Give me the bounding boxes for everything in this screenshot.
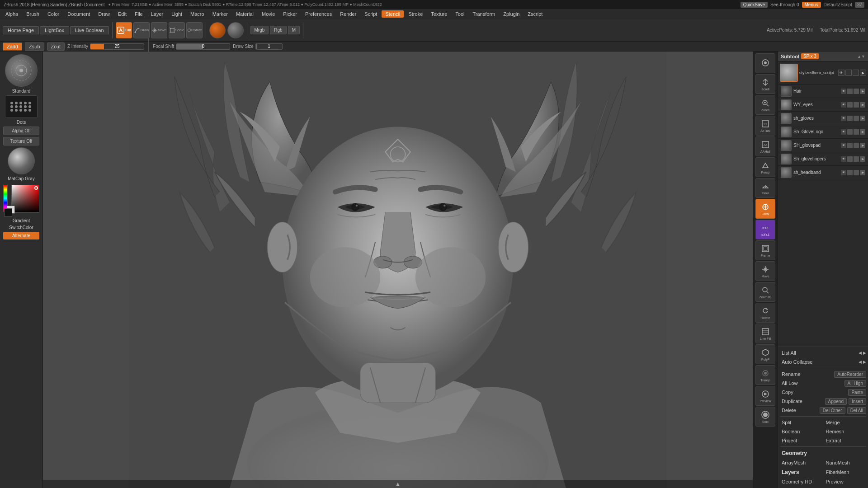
- actual-icon[interactable]: 1:1 AcTual: [755, 116, 775, 136]
- glovelogo-expand-icon[interactable]: ▶: [860, 129, 865, 135]
- subtool-glovefingers[interactable]: Sh_glovefingers 👁 ▶: [778, 152, 868, 166]
- local-icon[interactable]: Local: [755, 199, 775, 219]
- oxyz-icon[interactable]: XYZ oXYZ: [755, 220, 775, 239]
- geometry-hd-button[interactable]: Geometry HD: [780, 478, 822, 485]
- eyes-expand-icon[interactable]: ▶: [860, 102, 865, 108]
- alternate-button[interactable]: Alternate: [3, 232, 39, 239]
- hair-lock-icon[interactable]: [847, 89, 853, 94]
- auto-collapse-button[interactable]: Auto Collapse: [780, 358, 857, 366]
- del-all-button[interactable]: Del All: [847, 407, 866, 414]
- menu-alpha[interactable]: Alpha: [2, 10, 22, 18]
- menu-stroke[interactable]: Stroke: [405, 10, 426, 18]
- gloves-eye-icon[interactable]: 👁: [841, 116, 846, 121]
- extract-button[interactable]: Extract: [824, 437, 867, 444]
- hair-expand-icon[interactable]: ▶: [860, 89, 865, 94]
- glovepad-eye-icon[interactable]: 👁: [841, 143, 846, 148]
- material-sphere[interactable]: [209, 22, 226, 38]
- draw-button[interactable]: Draw: [133, 22, 150, 38]
- glovefingers-expand-icon[interactable]: ▶: [860, 156, 865, 162]
- texture-off-button[interactable]: Texture Off: [3, 137, 39, 145]
- transp-icon[interactable]: Transp: [755, 365, 775, 385]
- menu-material[interactable]: Material: [232, 10, 257, 18]
- expand-icon[interactable]: ▶: [860, 70, 866, 76]
- hair-color-icon[interactable]: [854, 89, 859, 94]
- main-subtool-thumb[interactable]: [780, 64, 798, 82]
- edit-button[interactable]: Edit: [116, 22, 132, 38]
- menu-document[interactable]: Document: [64, 10, 94, 18]
- layers-button[interactable]: Layers: [780, 468, 822, 476]
- glovefingers-eye-icon[interactable]: 👁: [841, 156, 846, 162]
- focal-shift-slider[interactable]: 0: [176, 43, 230, 50]
- linefill-icon[interactable]: Line Fill: [755, 324, 775, 343]
- glovefingers-lock-icon[interactable]: [847, 156, 853, 162]
- all-high-button[interactable]: All High: [844, 380, 866, 387]
- lightbox-tab[interactable]: LightBox: [40, 26, 69, 34]
- scroll-icon[interactable]: Scroll: [755, 74, 775, 94]
- rename-button[interactable]: Rename: [780, 371, 832, 378]
- persp-icon[interactable]: Persp: [755, 157, 775, 177]
- menu-stencil[interactable]: Stencil: [382, 10, 404, 18]
- z-intensity-slider[interactable]: 25: [90, 43, 144, 50]
- list-all-button[interactable]: List All: [780, 349, 857, 357]
- solo-icon[interactable]: Solo: [755, 407, 775, 427]
- canvas-area[interactable]: ▲: [43, 52, 753, 488]
- matcap-preview[interactable]: [8, 147, 35, 174]
- glovelogo-eye-icon[interactable]: 👁: [841, 129, 846, 135]
- menu-texture[interactable]: Texture: [427, 10, 451, 18]
- eyes-lock-icon[interactable]: [847, 102, 853, 108]
- all-low-button[interactable]: All Low: [780, 380, 843, 387]
- headband-color-icon[interactable]: [854, 170, 859, 175]
- glovelogo-lock-icon[interactable]: [847, 129, 853, 135]
- subtool-gloves[interactable]: sh_gloves 👁 ▶: [778, 112, 868, 125]
- array-mesh-button[interactable]: ArrayMesh: [780, 459, 822, 466]
- floor-icon[interactable]: Floor: [755, 178, 775, 198]
- mrgb-button[interactable]: Mrgb: [250, 26, 269, 34]
- headband-expand-icon[interactable]: ▶: [860, 170, 865, 175]
- scale-button[interactable]: Scale: [169, 22, 185, 38]
- menu-transform[interactable]: Transform: [469, 10, 499, 18]
- project-button[interactable]: Project: [780, 437, 822, 444]
- paste-button[interactable]: Paste: [848, 389, 866, 396]
- menu-render[interactable]: Render: [336, 10, 360, 18]
- boolean-button[interactable]: Boolean: [780, 428, 822, 435]
- brush-preview[interactable]: [5, 54, 38, 87]
- gloves-lock-icon[interactable]: [847, 116, 853, 121]
- geometry-button[interactable]: Geometry: [780, 449, 866, 457]
- color-icon[interactable]: [853, 70, 859, 76]
- rgb-button[interactable]: Rgb: [270, 26, 286, 34]
- color-picker[interactable]: [3, 185, 39, 216]
- m-button[interactable]: M: [288, 26, 300, 34]
- preview-strip-icon[interactable]: Preview: [755, 386, 775, 406]
- eye-icon[interactable]: 👁: [838, 70, 844, 76]
- color-sphere[interactable]: [227, 22, 244, 38]
- menu-picker[interactable]: Picker: [279, 10, 301, 18]
- glovefingers-color-icon[interactable]: [854, 156, 859, 162]
- menu-light[interactable]: Light: [168, 10, 186, 18]
- rotate-strip-icon[interactable]: Rotate: [755, 303, 775, 323]
- glovepad-expand-icon[interactable]: ▶: [860, 143, 865, 148]
- subtool-glovepad[interactable]: SH_glovepad 👁 ▶: [778, 139, 868, 152]
- dots-preview[interactable]: [5, 95, 38, 118]
- fiber-mesh-button[interactable]: FiberMesh: [824, 469, 867, 476]
- lock-icon[interactable]: [845, 70, 852, 76]
- menu-brush[interactable]: Brush: [23, 10, 43, 18]
- draw-size-slider[interactable]: 1: [255, 43, 283, 50]
- glovelogo-color-icon[interactable]: [854, 129, 859, 135]
- black-swatch[interactable]: [4, 208, 12, 216]
- del-other-button[interactable]: Del Other: [820, 407, 845, 414]
- glovepad-lock-icon[interactable]: [847, 143, 853, 148]
- gloves-expand-icon[interactable]: ▶: [860, 116, 865, 121]
- spix-button[interactable]: SPix 3: [801, 53, 819, 59]
- menu-layer[interactable]: Layer: [147, 10, 167, 18]
- duplicate-button[interactable]: Duplicate: [780, 398, 823, 405]
- auto-reorder-button[interactable]: AutoReorder: [834, 371, 866, 378]
- merge-button[interactable]: Merge: [824, 419, 867, 426]
- move-strip-icon[interactable]: Move: [755, 261, 775, 281]
- polyf-icon[interactable]: PolyF: [755, 344, 775, 364]
- menu-tool[interactable]: Tool: [452, 10, 468, 18]
- nano-mesh-button[interactable]: NanoMesh: [824, 459, 867, 466]
- rotate-button[interactable]: Rotate: [186, 22, 203, 38]
- eyes-eye-icon[interactable]: 👁: [841, 102, 846, 108]
- home-page-tab[interactable]: Home Page: [3, 26, 39, 34]
- subtool-glovelogo[interactable]: Sh_GloveLogo 👁 ▶: [778, 125, 868, 139]
